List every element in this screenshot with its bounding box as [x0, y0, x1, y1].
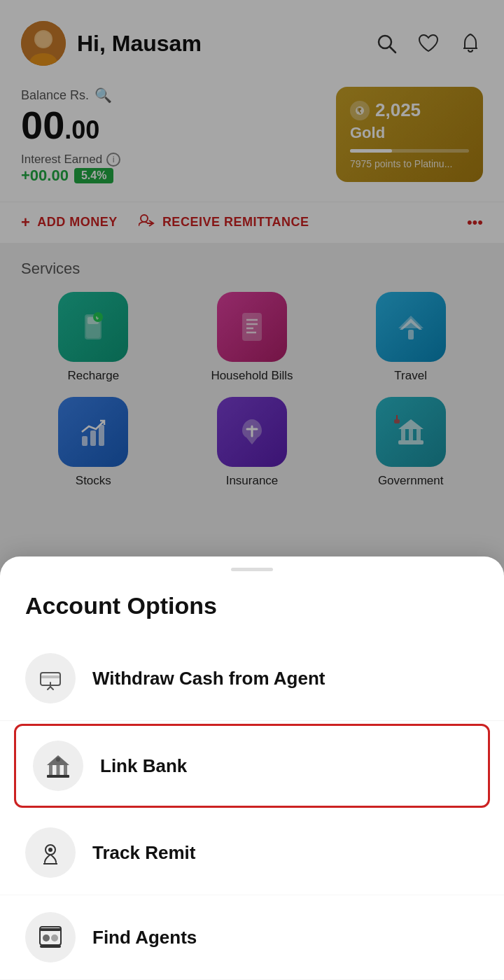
find-agents-icon: [25, 912, 76, 962]
svg-rect-35: [41, 676, 60, 678]
withdraw-icon: [25, 653, 76, 704]
link-bank-icon: [33, 741, 83, 791]
svg-rect-49: [40, 945, 61, 948]
track-remit-icon: [25, 827, 76, 878]
svg-rect-38: [57, 765, 60, 775]
link-bank-item[interactable]: Link Bank: [14, 724, 490, 808]
bottom-sheet: Account Options Withdraw Cash from Agent…: [0, 556, 504, 980]
svg-rect-36: [47, 775, 69, 778]
withdraw-cash-item[interactable]: Withdraw Cash from Agent: [0, 636, 504, 721]
find-agents-item[interactable]: Find Agents: [0, 895, 504, 980]
track-remit-label: Track Remit: [92, 842, 195, 864]
link-bank-label: Link Bank: [100, 755, 187, 777]
svg-point-43: [48, 848, 52, 852]
svg-point-47: [43, 934, 50, 941]
svg-rect-37: [49, 765, 52, 775]
withdraw-label: Withdraw Cash from Agent: [92, 668, 325, 690]
sheet-handle: [231, 568, 273, 571]
svg-point-41: [56, 757, 60, 762]
svg-rect-39: [64, 765, 67, 775]
find-agents-label: Find Agents: [92, 927, 197, 948]
svg-rect-45: [40, 928, 61, 931]
overlay: [0, 0, 504, 602]
sheet-title: Account Options: [0, 592, 504, 636]
svg-point-48: [51, 934, 58, 941]
track-remit-item[interactable]: Track Remit: [0, 811, 504, 895]
